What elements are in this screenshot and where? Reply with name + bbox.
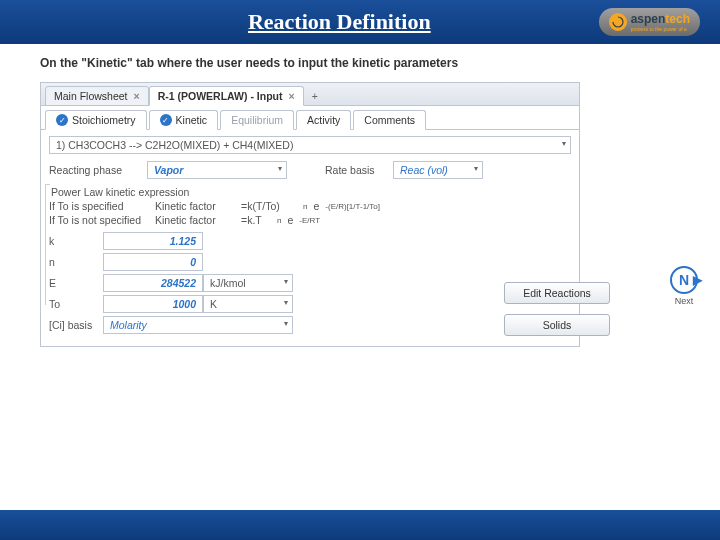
eq2-e: e <box>287 214 293 226</box>
label-reacting-phase: Reacting phase <box>49 164 139 176</box>
label-Ci-basis: [Ci] basis <box>49 319 103 331</box>
arrow-right-icon: ▶ <box>693 273 702 287</box>
logo-suffix: tech <box>665 12 690 26</box>
subtab-activity[interactable]: Activity <box>296 110 351 130</box>
new-tab-button[interactable]: + <box>304 87 326 105</box>
label-k: k <box>49 235 103 247</box>
logo-brand: aspen <box>631 12 666 26</box>
subtab-strip: ✓ Stoichiometry ✓ Kinetic Equilibrium Ac… <box>41 106 579 130</box>
logo-spiral-icon <box>609 13 627 31</box>
form-panel: 1) CH3COCH3 --> C2H2O(MIXED) + CH4(MIXED… <box>41 130 579 346</box>
reacting-phase-value: Vapor <box>154 164 183 176</box>
eq2-prefix: =k.T <box>241 214 271 226</box>
footer-bar <box>0 510 720 540</box>
next-letter: N <box>679 272 689 288</box>
label-kinetic-factor: Kinetic factor <box>155 200 235 212</box>
check-icon: ✓ <box>160 114 172 126</box>
slide-title: Reaction Definition <box>80 9 599 35</box>
input-To[interactable]: 1000 <box>103 295 203 313</box>
subtab-label: Equilibrium <box>231 114 283 126</box>
subtab-stoichiometry[interactable]: ✓ Stoichiometry <box>45 110 147 130</box>
input-n[interactable]: 0 <box>103 253 203 271</box>
eq2-n: n <box>277 216 281 225</box>
eq1-n: n <box>303 202 307 211</box>
edit-reactions-button[interactable]: Edit Reactions <box>504 282 610 304</box>
subtab-comments[interactable]: Comments <box>353 110 426 130</box>
eq2-exp: -E/RT <box>299 216 320 225</box>
label-kinetic-factor2: Kinetic factor <box>155 214 235 226</box>
instruction-text: On the "Kinetic" tab where the user need… <box>40 56 680 70</box>
document-tabstrip: Main Flowsheet × R-1 (POWERLAW) - Input … <box>41 83 579 106</box>
reacting-phase-select[interactable]: Vapor <box>147 161 287 179</box>
logo-aspentech: aspentech process to the power of e <box>599 8 700 36</box>
subtab-equilibrium[interactable]: Equilibrium <box>220 110 294 130</box>
next-icon: N ▶ <box>670 266 698 294</box>
aspen-window: Main Flowsheet × R-1 (POWERLAW) - Input … <box>40 82 580 347</box>
label-To: To <box>49 298 103 310</box>
ci-basis-select[interactable]: Molarity <box>103 316 293 334</box>
group-powerlaw: Power Law kinetic expression <box>51 186 571 198</box>
check-icon: ✓ <box>56 114 68 126</box>
tab-main-flowsheet[interactable]: Main Flowsheet × <box>45 86 149 106</box>
eq1-prefix: =k(T/To) <box>241 200 297 212</box>
tab-r1-powerlaw-input[interactable]: R-1 (POWERLAW) - Input × <box>149 86 304 106</box>
label-rate-basis: Rate basis <box>325 164 385 176</box>
subtab-label: Stoichiometry <box>72 114 136 126</box>
subtab-kinetic[interactable]: ✓ Kinetic <box>149 110 219 130</box>
solids-button[interactable]: Solids <box>504 314 610 336</box>
tab-label: R-1 (POWERLAW) - Input <box>158 90 283 102</box>
rate-basis-select[interactable]: Reac (vol) <box>393 161 483 179</box>
logo-tagline: process to the power of e <box>631 26 690 32</box>
label-n: n <box>49 256 103 268</box>
tab-label: Main Flowsheet <box>54 90 128 102</box>
eq1-exp: -(E/R)[1/T-1/To] <box>325 202 380 211</box>
subtab-label: Activity <box>307 114 340 126</box>
subtab-label: Kinetic <box>176 114 208 126</box>
input-k[interactable]: 1.125 <box>103 232 203 250</box>
next-button[interactable]: N ▶ Next <box>670 266 698 306</box>
unit-To[interactable]: K <box>203 295 293 313</box>
unit-E[interactable]: kJ/kmol <box>203 274 293 292</box>
label-E: E <box>49 277 103 289</box>
subtab-label: Comments <box>364 114 415 126</box>
close-icon[interactable]: × <box>134 90 140 102</box>
reaction-select[interactable]: 1) CH3COCH3 --> C2H2O(MIXED) + CH4(MIXED… <box>49 136 571 154</box>
label-if-to-not-specified: If To is not specified <box>49 214 149 226</box>
input-E[interactable]: 284522 <box>103 274 203 292</box>
next-label: Next <box>670 296 698 306</box>
close-icon[interactable]: × <box>288 90 294 102</box>
eq1-e: e <box>313 200 319 212</box>
label-if-to-specified: If To is specified <box>49 200 149 212</box>
